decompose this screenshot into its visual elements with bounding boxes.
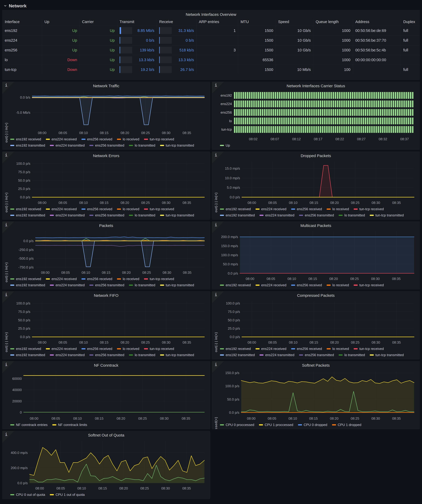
legend-item[interactable]: ens192 received (10, 137, 41, 141)
column-header-mtu[interactable]: MTU (238, 18, 276, 26)
svg-text:08:15: 08:15 (309, 416, 318, 420)
legend-item[interactable]: tun-tcp transmitted (370, 353, 404, 357)
legend-item[interactable]: NF conntrack limits (52, 423, 87, 427)
legend-item[interactable]: tun-tcp received (144, 137, 174, 141)
legend-item[interactable]: ens256 transmitted (89, 283, 124, 287)
legend-item[interactable]: ens224 received (46, 347, 77, 351)
legend-item[interactable]: ens224 transmitted (260, 213, 294, 217)
legend-item[interactable]: lo transmitted (129, 353, 155, 357)
column-header-speed[interactable]: Speed (276, 18, 313, 26)
legend-item[interactable]: ens256 transmitted (299, 353, 334, 357)
panel-info-icon[interactable]: i (2, 431, 14, 443)
column-header-duplex[interactable]: Duplex (401, 18, 420, 26)
legend-item[interactable]: ens192 received (10, 277, 41, 281)
legend-item[interactable]: Up (220, 143, 230, 148)
legend-item[interactable]: ens224 received (46, 207, 77, 211)
legend-item[interactable]: ens256 received (81, 137, 112, 141)
column-header-address[interactable]: Address (353, 18, 401, 26)
legend-item[interactable]: ens256 transmitted (89, 143, 124, 148)
panel-info-icon[interactable]: i (212, 291, 224, 303)
legend-item[interactable]: CPU 0 proccessed (220, 423, 254, 427)
legend-item[interactable]: lo received (117, 277, 139, 281)
legend-item[interactable]: CPU 1 dropped (332, 423, 361, 427)
legend-item[interactable]: lo transmitted (339, 213, 365, 217)
legend-item[interactable]: ens192 received (10, 207, 41, 211)
legend-item[interactable]: ens224 received (46, 277, 77, 281)
legend-item[interactable]: tun-tcp received (354, 347, 384, 351)
legend-item[interactable]: lo received (117, 137, 139, 141)
column-header-up[interactable]: Up (42, 18, 80, 26)
legend-item[interactable]: tun-tcp transmitted (370, 213, 404, 217)
legend-item[interactable]: CPU 0 dropped (298, 423, 327, 427)
svg-text:25.0 p/s: 25.0 p/s (18, 326, 30, 330)
panel-info-icon[interactable]: i (2, 361, 14, 373)
legend-item[interactable]: tun-tcp received (354, 283, 384, 287)
column-header-carrier[interactable]: Carrier (80, 18, 117, 26)
panel-info-icon[interactable]: i (2, 291, 14, 303)
column-header-arp[interactable]: ARP entries (196, 18, 238, 26)
legend-item[interactable]: ens192 transmitted (10, 213, 45, 217)
legend-item[interactable]: ens224 transmitted (50, 213, 85, 217)
panel-info-icon[interactable]: i (212, 222, 224, 234)
legend-item[interactable]: ens192 received (220, 347, 251, 351)
legend-item[interactable]: ens256 transmitted (299, 213, 334, 217)
legend-item[interactable]: ens224 transmitted (50, 353, 85, 357)
legend-item[interactable]: ens192 received (220, 283, 251, 287)
legend-item[interactable]: ens224 received (256, 283, 287, 287)
panel-info-icon[interactable]: i (2, 222, 14, 234)
legend-item[interactable]: ens192 transmitted (10, 283, 45, 287)
legend-item[interactable]: ens224 transmitted (50, 283, 85, 287)
legend-item[interactable]: lo received (327, 207, 349, 211)
legend-item[interactable]: ens256 received (291, 283, 322, 287)
legend-item[interactable]: ens256 received (81, 207, 112, 211)
legend-item[interactable]: ens256 transmitted (89, 353, 124, 357)
legend-item[interactable]: ens192 transmitted (10, 353, 45, 357)
legend-item[interactable]: ens256 received (81, 347, 112, 351)
legend-item[interactable]: NF conntrack entries (10, 423, 48, 427)
column-header-transmit[interactable]: Transmit (117, 18, 157, 26)
legend-item[interactable]: tun-tcp received (144, 277, 174, 281)
column-header-receive[interactable]: Receive (157, 18, 196, 26)
column-header-queue[interactable]: Queue length (313, 18, 353, 26)
legend-item[interactable]: tun-tcp received (144, 347, 174, 351)
legend-label: NF conntrack entries (16, 423, 48, 427)
legend-item[interactable]: lo transmitted (129, 213, 155, 217)
legend-item[interactable]: ens256 received (81, 277, 112, 281)
legend-item[interactable]: tun-tcp received (144, 207, 174, 211)
legend-item[interactable]: lo transmitted (339, 353, 365, 357)
legend-item[interactable]: ens192 received (220, 207, 251, 211)
section-row-network[interactable]: Network (2, 2, 420, 10)
legend-item[interactable]: tun-tcp transmitted (160, 213, 194, 217)
legend-item[interactable]: ens256 received (291, 347, 322, 351)
legend-item[interactable]: ens224 transmitted (50, 143, 85, 148)
legend-item[interactable]: ens192 transmitted (220, 213, 255, 217)
column-header-interface[interactable]: Interface (2, 18, 42, 26)
panel-info-icon[interactable]: i (212, 152, 224, 164)
legend-item[interactable]: tun-tcp transmitted (160, 283, 194, 287)
legend-item[interactable]: lo received (327, 283, 349, 287)
panel-info-icon[interactable]: i (2, 82, 14, 94)
legend-item[interactable]: CPU 1 out of quota (50, 493, 85, 497)
legend-item[interactable]: ens256 transmitted (89, 213, 124, 217)
legend-item[interactable]: ens224 received (256, 207, 287, 211)
legend-item[interactable]: tun-tcp received (354, 207, 384, 211)
legend-item[interactable]: CPU 0 out of quota (10, 493, 45, 497)
panel-info-icon[interactable]: i (2, 152, 14, 164)
legend-item[interactable]: lo received (117, 207, 139, 211)
legend-item[interactable]: ens192 received (10, 347, 41, 351)
legend-item[interactable]: ens224 received (256, 347, 287, 351)
legend-item[interactable]: ens192 transmitted (220, 353, 255, 357)
legend-item[interactable]: lo transmitted (129, 143, 155, 148)
legend-item[interactable]: CPU 1 proccessed (259, 423, 293, 427)
legend-item[interactable]: tun-tcp transmitted (160, 353, 194, 357)
panel-info-icon[interactable]: i (212, 82, 224, 94)
legend-item[interactable]: lo transmitted (129, 283, 155, 287)
legend-item[interactable]: ens256 received (291, 207, 322, 211)
panel-info-icon[interactable]: i (212, 361, 224, 373)
legend-item[interactable]: ens224 received (46, 137, 77, 141)
legend-item[interactable]: lo received (327, 347, 349, 351)
legend-item[interactable]: ens192 transmitted (10, 143, 45, 148)
legend-item[interactable]: lo received (117, 347, 139, 351)
legend-item[interactable]: tun-tcp transmitted (160, 143, 194, 148)
legend-item[interactable]: ens224 transmitted (260, 353, 294, 357)
